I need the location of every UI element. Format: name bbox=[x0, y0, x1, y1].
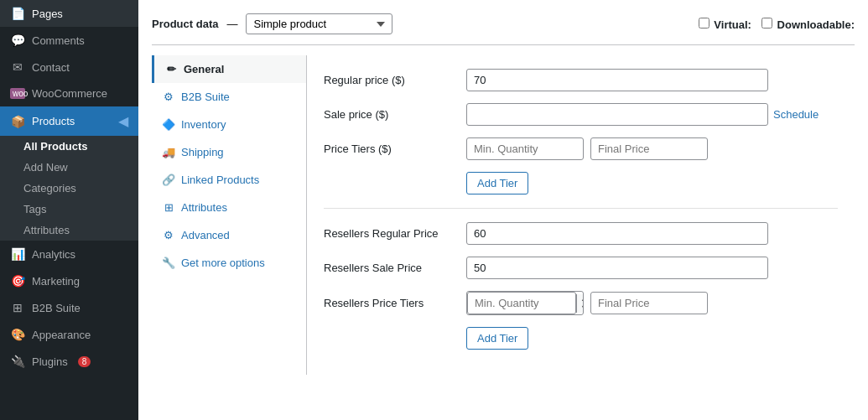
min-quantity-input[interactable] bbox=[466, 137, 584, 160]
sidebar-item-all-products[interactable]: All Products bbox=[0, 136, 138, 157]
sidebar-item-plugins[interactable]: 🔌 Plugins 8 bbox=[0, 348, 138, 375]
marketing-icon: 🎯 bbox=[10, 274, 25, 288]
resellers-min-quantity-input[interactable] bbox=[467, 292, 576, 314]
product-tabs: ✏ General ⚙ B2B Suite 🔷 Inventory 🚚 Ship… bbox=[152, 55, 307, 375]
sale-price-input[interactable] bbox=[466, 103, 768, 126]
resellers-price-tiers-label: Resellers Price Tiers bbox=[324, 297, 466, 309]
general-panel: Regular price ($) Sale price ($) Schedul… bbox=[307, 55, 855, 375]
sidebar-item-marketing[interactable]: 🎯 Marketing bbox=[0, 267, 138, 294]
woocommerce-icon: woo bbox=[10, 88, 25, 99]
product-data-header: Product data — Simple product Variable p… bbox=[152, 13, 855, 45]
sidebar-item-b2b[interactable]: ⊞ B2B Suite bbox=[0, 294, 138, 321]
resellers-sale-price-label: Resellers Sale Price bbox=[324, 262, 466, 274]
attributes-tab-icon: ⊞ bbox=[162, 201, 175, 214]
sidebar-item-categories[interactable]: Categories bbox=[0, 178, 138, 199]
sidebar-item-comments[interactable]: 💬 Comments bbox=[0, 27, 138, 54]
sidebar-item-tags[interactable]: Tags bbox=[0, 199, 138, 220]
section-divider bbox=[324, 208, 838, 209]
product-data-label: Product data bbox=[152, 18, 218, 30]
appearance-icon: 🎨 bbox=[10, 328, 25, 341]
sidebar-item-woocommerce[interactable]: woo WooCommerce bbox=[0, 80, 138, 106]
sidebar-item-analytics[interactable]: 📊 Analytics bbox=[0, 241, 138, 267]
downloadable-label: Downloadable: bbox=[761, 18, 855, 31]
regular-price-input[interactable] bbox=[466, 69, 768, 91]
products-icon: 📦 bbox=[10, 115, 25, 128]
resellers-add-tier-row: Add Tier bbox=[324, 327, 838, 350]
b2b-icon: ⊞ bbox=[10, 301, 25, 314]
regular-price-label: Regular price ($) bbox=[324, 74, 466, 86]
resellers-price-tiers-inputs: ▲ ▼ bbox=[466, 291, 708, 315]
tab-inventory[interactable]: 🔷 Inventory bbox=[152, 111, 306, 138]
sidebar-item-add-new[interactable]: Add New bbox=[0, 157, 138, 178]
downloadable-checkbox[interactable] bbox=[761, 18, 772, 29]
product-type-select[interactable]: Simple product Variable product Grouped … bbox=[246, 13, 392, 34]
price-tiers-row: Price Tiers ($) bbox=[324, 137, 838, 160]
resellers-regular-price-label: Resellers Regular Price bbox=[324, 227, 466, 240]
sidebar-item-attributes[interactable]: Attributes bbox=[0, 220, 138, 241]
pages-icon: 📄 bbox=[10, 7, 25, 20]
resellers-regular-price-input[interactable] bbox=[466, 222, 768, 245]
sidebar-item-products[interactable]: 📦 Products ◀ bbox=[0, 106, 138, 136]
resellers-sale-price-input[interactable] bbox=[466, 257, 768, 279]
get-more-options-tab-icon: 🔧 bbox=[162, 257, 175, 269]
schedule-link[interactable]: Schedule bbox=[773, 108, 819, 121]
plugins-icon: 🔌 bbox=[10, 355, 25, 368]
comments-icon: 💬 bbox=[10, 34, 25, 47]
tab-b2b-suite[interactable]: ⚙ B2B Suite bbox=[152, 83, 306, 111]
price-tiers-label: Price Tiers ($) bbox=[324, 143, 466, 155]
tab-attributes[interactable]: ⊞ Attributes bbox=[152, 194, 306, 221]
plugins-badge: 8 bbox=[78, 356, 91, 367]
sidebar-item-pages[interactable]: 📄 Pages bbox=[0, 0, 138, 27]
main-content: Product data — Simple product Variable p… bbox=[138, 0, 868, 420]
separator: — bbox=[226, 18, 237, 30]
analytics-icon: 📊 bbox=[10, 247, 25, 261]
sale-price-row: Sale price ($) Schedule bbox=[324, 103, 838, 126]
virtual-checkbox[interactable] bbox=[699, 18, 709, 29]
price-tiers-inputs bbox=[466, 137, 708, 160]
sidebar-item-contact[interactable]: ✉ Contact bbox=[0, 54, 138, 80]
product-data-body: ✏ General ⚙ B2B Suite 🔷 Inventory 🚚 Ship… bbox=[152, 55, 855, 375]
sale-price-label: Sale price ($) bbox=[324, 108, 466, 121]
sidebar: 📄 Pages 💬 Comments ✉ Contact woo WooComm… bbox=[0, 0, 138, 420]
products-submenu: All Products Add New Categories Tags Att… bbox=[0, 136, 138, 241]
resellers-sale-price-row: Resellers Sale Price bbox=[324, 257, 838, 279]
linked-products-tab-icon: 🔗 bbox=[162, 174, 175, 186]
resellers-price-tiers-row: Resellers Price Tiers ▲ ▼ bbox=[324, 291, 838, 315]
b2b-tab-icon: ⚙ bbox=[162, 91, 175, 103]
tab-general[interactable]: ✏ General bbox=[152, 55, 306, 83]
general-tab-icon: ✏ bbox=[164, 63, 178, 75]
add-tier-row: Add Tier bbox=[324, 172, 838, 194]
inventory-tab-icon: 🔷 bbox=[162, 118, 175, 131]
tab-get-more-options[interactable]: 🔧 Get more options bbox=[152, 249, 306, 277]
resellers-final-price-input[interactable] bbox=[590, 292, 708, 314]
advanced-tab-icon: ⚙ bbox=[162, 229, 175, 241]
virtual-label: Virtual: bbox=[699, 18, 751, 31]
spinner-down-button[interactable]: ▼ bbox=[577, 303, 584, 313]
spinner-buttons: ▲ ▼ bbox=[576, 294, 584, 313]
add-tier-button[interactable]: Add Tier bbox=[466, 172, 528, 194]
tab-advanced[interactable]: ⚙ Advanced bbox=[152, 221, 306, 249]
sidebar-item-appearance[interactable]: 🎨 Appearance bbox=[0, 321, 138, 348]
resellers-regular-price-row: Resellers Regular Price bbox=[324, 222, 838, 245]
shipping-tab-icon: 🚚 bbox=[162, 146, 175, 158]
tab-shipping[interactable]: 🚚 Shipping bbox=[152, 138, 306, 166]
spinner-up-button[interactable]: ▲ bbox=[577, 294, 584, 303]
tab-linked-products[interactable]: 🔗 Linked Products bbox=[152, 166, 306, 194]
resellers-min-quantity-spinner: ▲ ▼ bbox=[466, 291, 584, 315]
virtual-downloadable-options: Virtual: Downloadable: bbox=[699, 18, 855, 31]
final-price-input[interactable] bbox=[590, 137, 708, 160]
resellers-add-tier-button[interactable]: Add Tier bbox=[466, 327, 528, 350]
regular-price-row: Regular price ($) bbox=[324, 69, 838, 91]
contact-icon: ✉ bbox=[10, 60, 25, 74]
